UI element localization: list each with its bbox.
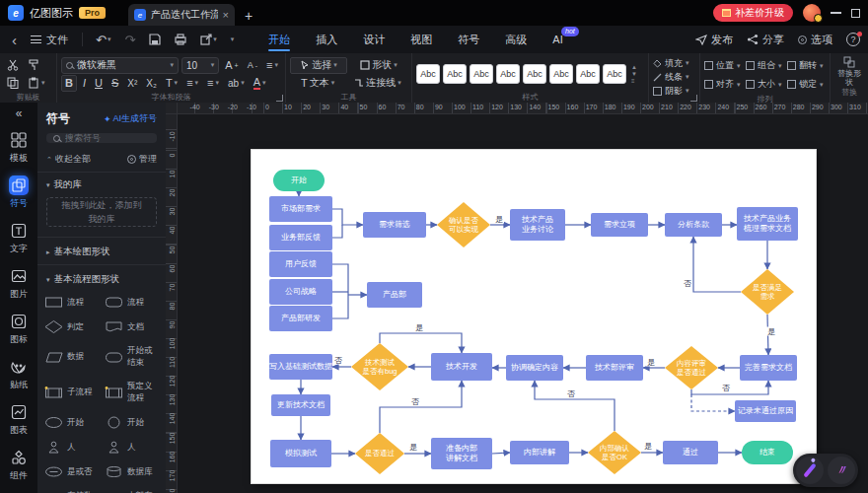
flowchart-node-reqdoc[interactable]: 技术产品业务 梳理需求文档 [737, 207, 798, 241]
shape-subprocess[interactable]: 子流程 [41, 375, 102, 410]
options-button[interactable]: 选项 [798, 33, 832, 47]
flowchart-node-testdata[interactable]: 写入基础测试数据 [269, 354, 332, 380]
italic-button[interactable]: I [80, 75, 89, 92]
style-sample-button[interactable]: Abc [496, 64, 520, 84]
menu-设计[interactable]: 设计 [351, 26, 397, 53]
flowchart-node-prepare[interactable]: 准备内部 讲解文档 [431, 438, 492, 469]
menu-符号[interactable]: 符号 [446, 26, 491, 53]
basic-draw-shapes-section[interactable]: ▸基本绘图形状 [37, 240, 166, 262]
shape-person[interactable]: 人 [41, 435, 102, 459]
underline-button[interactable]: U [92, 75, 106, 92]
ai-generate-symbol-link[interactable]: ✦ AI生成符号 [104, 112, 157, 125]
paragraph-button[interactable]: ≡▾ [263, 57, 281, 74]
flowchart-node-record[interactable]: 记录未通过原因 [735, 400, 796, 422]
menu-开始[interactable]: 开始 [256, 26, 302, 53]
line-button[interactable]: 线条▾ [653, 70, 695, 84]
my-library-section[interactable]: ▾我的库 [37, 173, 166, 195]
style-sample-button[interactable]: Abc [443, 64, 467, 84]
flowchart-node-pass[interactable]: 通过 [663, 441, 718, 464]
cut-button[interactable] [4, 57, 22, 74]
fill-button[interactable]: 填充▾ [653, 56, 695, 70]
style-scroll-arrows[interactable]: ▲▼≡ [629, 64, 639, 85]
canvas-viewport[interactable]: 开始市场部需求业务部反馈用户反馈公司战略产品部研发需求筛选确认是否 可以实现技术… [178, 114, 868, 493]
shape-person[interactable]: 人 [102, 435, 162, 459]
tab-close-icon[interactable]: × [223, 9, 229, 21]
flowchart-node-dev[interactable]: 技术开发 [431, 353, 492, 381]
sidebar-item-图片[interactable]: 图片 [2, 262, 36, 306]
style-sample-button[interactable]: Abc [523, 64, 546, 84]
shape-stadium[interactable]: 开始或结束 [102, 339, 162, 375]
share-button[interactable]: 分享 [747, 33, 784, 47]
shape-rect[interactable]: 流程 [41, 290, 102, 315]
maximize-button[interactable] [851, 9, 860, 18]
connector-tool-button[interactable]: 连接线▾ [348, 75, 407, 92]
arrange-对齐-button[interactable]: 对齐▾ [704, 75, 746, 94]
arrange-锁定-button[interactable]: 锁定▾ [787, 75, 829, 94]
flowchart-node-rnd[interactable]: 产品部研发 [269, 306, 332, 331]
highlight-button[interactable]: ab▾ [225, 75, 248, 92]
print-button[interactable] [170, 34, 191, 45]
menu-高级[interactable]: 高级 [493, 26, 539, 53]
sidebar-item-图标[interactable]: 图标 [2, 308, 36, 351]
symbol-search-input[interactable] [65, 133, 144, 143]
font-family-select[interactable]: 微软雅黑 ▾ [61, 57, 179, 74]
flowchart-node-end[interactable]: 结束 [742, 441, 793, 464]
flowchart-node-initiate[interactable]: 需求立项 [591, 213, 648, 237]
font-color-button[interactable]: A▾ [251, 75, 269, 92]
arrange-位置-button[interactable]: 位置▾ [704, 56, 746, 75]
ai-assistant-button[interactable] [796, 457, 824, 484]
more-tools-button[interactable]: ▾ [226, 35, 240, 43]
shadow-button[interactable]: 阴影▾ [653, 84, 695, 98]
collapse-sidebar-button[interactable]: « [16, 106, 23, 124]
flowchart-node-proddept[interactable]: 产品部 [367, 282, 422, 308]
flowchart-node-updatedoc[interactable]: 更新技术文档 [271, 394, 330, 416]
bold-button[interactable]: B [61, 75, 77, 92]
sidebar-item-符号[interactable]: 符号 [2, 172, 36, 215]
arrange-组合-button[interactable]: 组合▾ [746, 56, 787, 75]
strikethrough-button[interactable]: S [108, 75, 121, 92]
basic-flow-shapes-section[interactable]: ▾基本流程图形状 [37, 267, 166, 290]
subscript-button[interactable]: X₂ [143, 75, 160, 92]
export-button[interactable]: ▾ [195, 34, 222, 45]
help-button[interactable]: ? [846, 33, 860, 46]
shape-rounded[interactable]: 流程 [102, 290, 162, 315]
superscript-button[interactable]: X² [124, 75, 140, 92]
flowchart-node-user[interactable]: 用户反馈 [269, 251, 332, 277]
shape-predefined[interactable]: 预定义流程 [102, 375, 162, 410]
menu-AI[interactable]: AIhot [541, 26, 574, 53]
flowchart-node-review[interactable]: 技术部评审 [586, 355, 643, 381]
shape-database[interactable]: 数据库 [102, 459, 162, 484]
flowchart-node-discuss[interactable]: 技术产品 业务讨论 [510, 209, 565, 241]
style-sample-button[interactable]: Abc [549, 64, 573, 84]
shape-parallelogram[interactable]: 数据 [41, 339, 102, 375]
select-tool-button[interactable]: 选择▾ [290, 57, 347, 74]
copy-button[interactable] [4, 75, 22, 92]
style-sample-button[interactable]: Abc [416, 64, 440, 84]
style-sample-button[interactable]: Abc [470, 64, 493, 84]
format-painter-button[interactable] [25, 57, 42, 74]
new-tab-button[interactable]: + [245, 8, 253, 24]
numbered-list-button[interactable]: ≡▾ [183, 75, 201, 92]
flowchart-node-strategy[interactable]: 公司战略 [269, 279, 332, 305]
shape-document[interactable]: 文档 [102, 315, 162, 339]
flowchart-node-analyze[interactable]: 分析条款 [665, 213, 722, 237]
upgrade-button[interactable]: 补差价升级 [713, 4, 793, 22]
flowchart-node-filter[interactable]: 需求筛选 [363, 212, 426, 238]
collapse-all-button[interactable]: ⌃收起全部 [46, 153, 91, 166]
flowchart-node-simtest[interactable]: 模拟测试 [270, 440, 331, 467]
library-drop-zone[interactable]: 拖拽到此处，添加到 我的库 [46, 197, 157, 227]
symbol-search[interactable] [46, 133, 157, 143]
arrange-翻转-button[interactable]: 翻转▾ [787, 56, 829, 75]
shape-internal-storage[interactable]: 内部存储器 [102, 484, 162, 493]
undo-button[interactable]: ↶▾ [91, 33, 115, 47]
shape-stored-data[interactable]: 存储数据 [41, 484, 102, 493]
file-menu-button[interactable]: 文件 [25, 33, 74, 47]
flowchart-node-coord[interactable]: 协调确定内容 [506, 355, 563, 381]
back-button[interactable]: ‹ [8, 32, 21, 48]
bullet-list-button[interactable]: ≡▾ [204, 75, 222, 92]
text-tool-button[interactable]: T 文本▾ [290, 75, 345, 92]
avatar[interactable] [803, 4, 821, 22]
arrange-大小-button[interactable]: 大小▾ [746, 75, 787, 94]
sidebar-item-贴纸[interactable]: 贴纸 [2, 353, 36, 396]
redo-button[interactable]: ↷ [119, 33, 140, 47]
